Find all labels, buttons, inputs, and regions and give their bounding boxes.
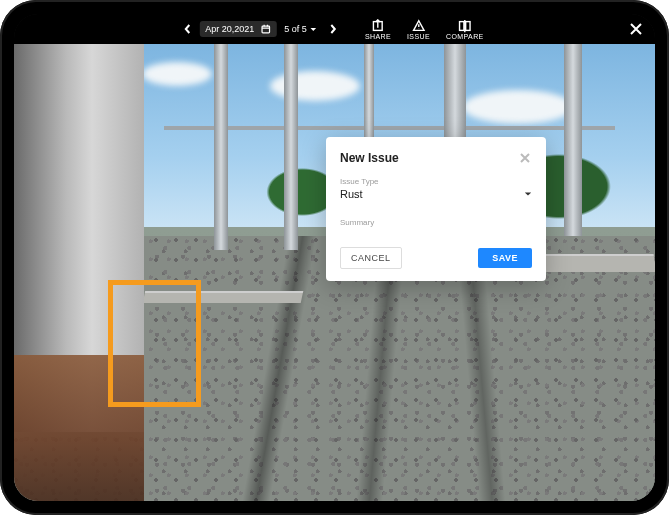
page-indicator[interactable]: 5 of 5 <box>280 24 321 34</box>
calendar-icon <box>260 24 270 34</box>
caret-down-icon <box>310 26 317 33</box>
tablet-frame: Apr 20,2021 5 of 5 SHARE ISSUE <box>0 0 669 515</box>
modal-header: New Issue <box>340 151 532 165</box>
share-icon <box>371 19 385 33</box>
date-text: Apr 20,2021 <box>205 24 254 34</box>
issue-button[interactable]: ISSUE <box>401 14 436 44</box>
top-toolbar: Apr 20,2021 5 of 5 SHARE ISSUE <box>14 14 655 44</box>
compare-button[interactable]: COMPARE <box>440 14 490 44</box>
svg-rect-0 <box>262 26 270 33</box>
caret-down-icon <box>524 190 532 198</box>
svg-rect-3 <box>466 21 470 30</box>
issue-label: ISSUE <box>407 33 430 40</box>
modal-title: New Issue <box>340 151 399 165</box>
next-button[interactable] <box>325 14 341 44</box>
prev-button[interactable] <box>179 14 195 44</box>
close-icon <box>629 22 643 36</box>
close-icon <box>519 152 531 164</box>
photo-cloud <box>463 90 573 124</box>
app-viewport: Apr 20,2021 5 of 5 SHARE ISSUE <box>14 14 655 501</box>
chevron-left-icon <box>182 24 192 34</box>
cancel-button[interactable]: CANCEL <box>340 247 402 269</box>
issue-type-value: Rust <box>340 188 363 200</box>
annotation-highlight[interactable] <box>108 280 201 407</box>
compare-label: COMPARE <box>446 33 484 40</box>
svg-rect-2 <box>460 21 464 30</box>
save-button[interactable]: SAVE <box>478 248 532 268</box>
photo-pole <box>284 44 298 250</box>
compare-icon <box>458 19 472 33</box>
share-label: SHARE <box>365 33 391 40</box>
issue-type-select[interactable]: Rust <box>340 188 532 204</box>
issue-type-label: Issue Type <box>340 177 532 186</box>
issue-icon <box>412 19 426 33</box>
summary-label: Summary <box>340 218 532 227</box>
chevron-right-icon <box>328 24 338 34</box>
share-button[interactable]: SHARE <box>359 14 397 44</box>
photo-pole <box>564 44 582 236</box>
toolbar-center: Apr 20,2021 5 of 5 SHARE ISSUE <box>179 14 489 44</box>
photo-beam <box>164 126 615 130</box>
close-viewer-button[interactable] <box>627 20 645 38</box>
modal-close-button[interactable] <box>518 151 532 165</box>
modal-actions: CANCEL SAVE <box>340 247 532 269</box>
photo-pole <box>214 44 228 250</box>
new-issue-modal: New Issue Issue Type Rust Summary CANCEL… <box>326 137 546 281</box>
page-indicator-text: 5 of 5 <box>284 24 307 34</box>
date-picker[interactable]: Apr 20,2021 <box>199 21 276 37</box>
